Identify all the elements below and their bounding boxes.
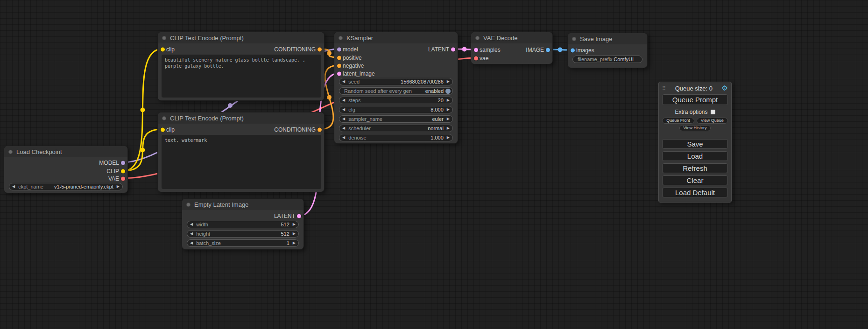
input-dot-latent[interactable] [337, 72, 341, 76]
decrement-arrow-icon[interactable]: ◀ [190, 223, 193, 226]
input-dot-conditioning[interactable] [337, 64, 341, 68]
output-dot-vae[interactable] [121, 177, 125, 181]
clear-button[interactable]: Clear [662, 175, 728, 185]
output-label: MODEL [99, 160, 119, 166]
increment-arrow-icon[interactable]: ▶ [447, 136, 450, 140]
toggle-knob[interactable] [445, 89, 451, 94]
node-title: KSampler [346, 35, 373, 42]
widget-steps[interactable]: ◀ steps 20 ▶ [339, 97, 453, 104]
widget-value: ComfyUI [614, 56, 634, 62]
input-slot-latent-image: latent_image [334, 70, 375, 78]
queue-front-button[interactable]: Queue Front [662, 118, 694, 124]
output-dot-model[interactable] [121, 161, 125, 165]
load-default-button[interactable]: Load Default [662, 188, 728, 197]
increment-arrow-icon[interactable]: ▶ [117, 185, 120, 189]
node-title-bar[interactable]: Save Image [568, 33, 647, 44]
decrement-arrow-icon[interactable]: ◀ [12, 185, 15, 189]
save-button[interactable]: Save [662, 139, 728, 149]
widget-height[interactable]: ◀ height 512 ▶ [187, 230, 299, 238]
widget-batch-size[interactable]: ◀ batch_size 1 ▶ [187, 239, 299, 247]
node-graph-canvas[interactable]: Load Checkpoint MODEL CLIP VAE ◀ ckpt_na… [0, 0, 868, 329]
increment-arrow-icon[interactable]: ▶ [447, 80, 450, 84]
increment-arrow-icon[interactable]: ▶ [293, 223, 296, 226]
refresh-button[interactable]: Refresh [662, 163, 728, 173]
widget-filename-prefix[interactable]: filename_prefix ComfyUI [572, 56, 642, 63]
node-load-checkpoint[interactable]: Load Checkpoint MODEL CLIP VAE ◀ ckpt_na… [4, 146, 128, 193]
input-dot-conditioning[interactable] [337, 56, 341, 60]
queue-prompt-button[interactable]: Queue Prompt [662, 94, 728, 105]
input-slot-clip: clip [158, 126, 175, 134]
node-status-dot [339, 36, 343, 40]
drag-handle-icon[interactable]: ⠿ [662, 85, 666, 91]
node-clip-text-encode-negative[interactable]: CLIP Text Encode (Prompt) clip CONDITION… [157, 112, 325, 192]
decrement-arrow-icon[interactable]: ◀ [342, 136, 345, 140]
widget-ckpt-name[interactable]: ◀ ckpt_name v1-5-pruned-emaonly.ckpt ▶ [9, 183, 123, 190]
extra-options-checkbox[interactable] [711, 110, 715, 114]
decrement-arrow-icon[interactable]: ◀ [190, 241, 193, 245]
output-slot-latent: LATENT [274, 212, 303, 220]
input-dot-clip[interactable] [161, 128, 165, 132]
node-empty-latent-image[interactable]: Empty Latent Image LATENT ◀ width 512 ▶ … [182, 198, 304, 250]
widget-scheduler[interactable]: ◀ scheduler normal ▶ [339, 125, 453, 132]
node-title-bar[interactable]: CLIP Text Encode (Prompt) [158, 112, 324, 124]
output-label: IMAGE [526, 47, 544, 53]
prompt-text-input[interactable] [162, 55, 321, 98]
output-dot-clip[interactable] [121, 169, 125, 174]
widget-sampler-name[interactable]: ◀ sampler_name euler ▶ [339, 115, 453, 123]
widget-denoise[interactable]: ◀ denoise 1.000 ▶ [339, 134, 453, 141]
increment-arrow-icon[interactable]: ▶ [447, 117, 450, 121]
decrement-arrow-icon[interactable]: ◀ [342, 98, 345, 102]
increment-arrow-icon[interactable]: ▶ [293, 241, 296, 245]
increment-arrow-icon[interactable]: ▶ [447, 98, 450, 102]
decrement-arrow-icon[interactable]: ◀ [342, 108, 345, 112]
increment-arrow-icon[interactable]: ▶ [293, 232, 296, 236]
input-dot-vae[interactable] [474, 56, 478, 61]
view-history-button[interactable]: View History [679, 125, 711, 131]
widget-value: 1.000 [430, 135, 444, 140]
node-title-bar[interactable]: Empty Latent Image [182, 199, 303, 210]
output-slot-conditioning: CONDITIONING [274, 126, 324, 134]
node-vae-decode[interactable]: VAE Decode samples IMAGE vae [471, 32, 553, 64]
load-button[interactable]: Load [662, 151, 728, 161]
node-title-bar[interactable]: KSampler [334, 32, 458, 43]
widget-value: normal [428, 126, 444, 131]
decrement-arrow-icon[interactable]: ◀ [342, 126, 345, 130]
comfy-menu-panel[interactable]: ⠿ Queue size: 0 ⚙ Queue Prompt Extra opt… [658, 82, 732, 203]
widget-seed[interactable]: ◀ seed 156680208700286 ▶ [339, 78, 453, 85]
node-status-dot [475, 36, 480, 40]
widget-width[interactable]: ◀ width 512 ▶ [187, 221, 299, 228]
input-slot-positive: positive [334, 54, 362, 62]
output-dot-conditioning[interactable] [318, 48, 322, 52]
input-dot-latent[interactable] [474, 48, 478, 52]
widget-random-seed-toggle[interactable]: Random seed after every gen enabled [339, 87, 453, 95]
input-dot-clip[interactable] [161, 48, 165, 52]
input-slot-negative: negative [334, 62, 364, 70]
node-clip-text-encode-positive[interactable]: CLIP Text Encode (Prompt) clip CONDITION… [157, 32, 325, 101]
output-dot-latent[interactable] [297, 214, 301, 218]
node-title-bar[interactable]: CLIP Text Encode (Prompt) [158, 32, 324, 43]
widget-cfg[interactable]: ◀ cfg 8.000 ▶ [339, 106, 453, 113]
view-queue-button[interactable]: View Queue [697, 118, 728, 124]
increment-arrow-icon[interactable]: ▶ [447, 126, 450, 130]
input-label: clip [166, 126, 175, 133]
node-save-image[interactable]: Save Image images filename_prefix ComfyU… [567, 33, 648, 68]
node-title: CLIP Text Encode (Prompt) [170, 115, 244, 122]
decrement-arrow-icon[interactable]: ◀ [342, 80, 345, 84]
wire-midpoint-dot [327, 51, 332, 56]
node-ksampler[interactable]: KSampler model LATENT positive negative … [334, 32, 458, 144]
input-slot-samples: samples [471, 46, 501, 54]
prompt-text-input[interactable] [162, 135, 321, 189]
output-dot-image[interactable] [546, 48, 550, 52]
output-label: LATENT [428, 46, 449, 53]
output-dot-latent[interactable] [451, 48, 455, 52]
output-dot-conditioning[interactable] [318, 128, 322, 132]
input-dot-model[interactable] [337, 48, 341, 52]
decrement-arrow-icon[interactable]: ◀ [190, 232, 193, 236]
settings-gear-icon[interactable]: ⚙ [722, 84, 728, 92]
output-slot-conditioning: CONDITIONING [274, 45, 324, 54]
decrement-arrow-icon[interactable]: ◀ [342, 117, 345, 121]
node-title-bar[interactable]: VAE Decode [471, 32, 552, 43]
node-title-bar[interactable]: Load Checkpoint [4, 146, 127, 157]
increment-arrow-icon[interactable]: ▶ [447, 108, 450, 112]
input-dot-image[interactable] [571, 49, 575, 53]
